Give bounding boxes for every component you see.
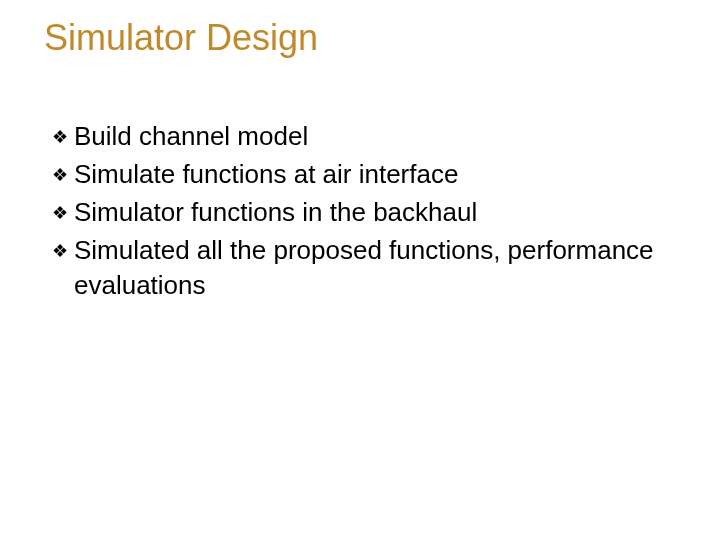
slide-title: Simulator Design [44, 16, 680, 59]
list-item: ❖ Simulate functions at air interface [52, 157, 680, 193]
bullet-text: Simulated all the proposed functions, pe… [74, 233, 680, 303]
list-item: ❖ Simulator functions in the backhaul [52, 195, 680, 231]
bullet-list: ❖ Build channel model ❖ Simulate functio… [40, 119, 680, 303]
bullet-icon: ❖ [52, 157, 68, 193]
bullet-icon: ❖ [52, 119, 68, 155]
slide: Simulator Design ❖ Build channel model ❖… [0, 0, 720, 540]
bullet-icon: ❖ [52, 233, 68, 269]
bullet-icon: ❖ [52, 195, 68, 231]
bullet-text: Build channel model [74, 119, 680, 154]
bullet-text: Simulator functions in the backhaul [74, 195, 680, 230]
bullet-text: Simulate functions at air interface [74, 157, 680, 192]
list-item: ❖ Simulated all the proposed functions, … [52, 233, 680, 303]
list-item: ❖ Build channel model [52, 119, 680, 155]
